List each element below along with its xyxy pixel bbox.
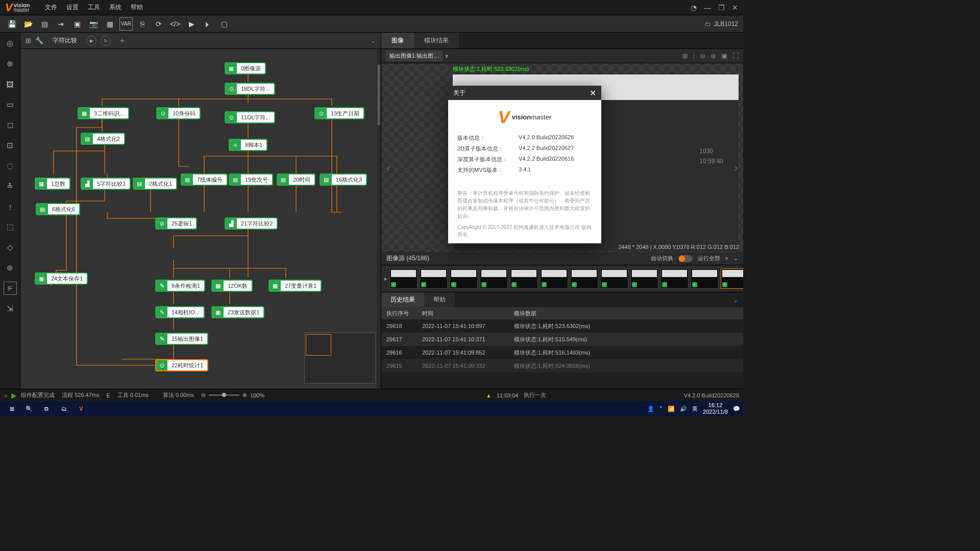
tray-notifications-icon[interactable]: 💬 — [733, 406, 740, 412]
tab-help[interactable]: 帮助 — [424, 292, 455, 307]
thumb-item[interactable]: ✓ — [389, 268, 418, 289]
node-3[interactable]: ▦3二维码识... — [78, 107, 129, 119]
node-25[interactable]: ⊘25逻辑1 — [155, 217, 197, 230]
prev-image-icon[interactable]: ‹ — [383, 158, 394, 178]
expand-thumbs-icon[interactable]: ⌄ — [733, 255, 738, 262]
camera-tool-icon[interactable]: ◎ — [4, 37, 17, 50]
play-icon[interactable]: ▶ — [185, 17, 198, 31]
search-icon[interactable]: 🔍 — [20, 402, 38, 416]
start-icon[interactable]: ⊞ — [3, 402, 20, 416]
tray-people-icon[interactable]: 👤 — [647, 406, 654, 412]
tray-lang[interactable]: 英 — [692, 405, 698, 413]
node-13[interactable]: ⊙13生产日期 — [314, 107, 364, 119]
export-icon[interactable]: ⇲ — [4, 302, 17, 315]
window-icon[interactable]: ▣ — [70, 17, 84, 31]
tab-module-result[interactable]: 模块结果 — [414, 33, 459, 48]
node-5[interactable]: ▟5字符比较1 — [81, 178, 131, 190]
save-icon[interactable]: 💾 — [5, 17, 18, 31]
thumbs-prev-icon[interactable]: ▸ — [384, 275, 387, 282]
image-tool-icon[interactable]: 🖼 — [4, 78, 17, 91]
menu-settings[interactable]: 设置 — [66, 3, 79, 12]
camera-icon[interactable]: 📷 — [87, 17, 100, 31]
paint-icon[interactable]: ◇ — [4, 241, 17, 254]
play-flow-icon[interactable]: ▶ — [86, 36, 96, 46]
minimize-icon[interactable]: — — [704, 4, 711, 12]
node-14[interactable]: ✎14相机IO... — [155, 306, 205, 318]
tray-wifi-icon[interactable]: 📶 — [668, 406, 675, 412]
thumb-item[interactable]: ✓ — [480, 268, 508, 289]
thumb-item[interactable]: ✓ — [721, 268, 743, 289]
scope-icon[interactable]: ⊚ — [4, 261, 17, 274]
table-row[interactable]: 296172022-11-07 15:41:10:371模块状态:1,耗时:51… — [381, 333, 743, 346]
run-icon[interactable]: ▶ — [11, 391, 17, 399]
help-icon[interactable]: ◔ — [691, 4, 697, 12]
menu-file[interactable]: 文件 — [45, 3, 57, 12]
table-icon[interactable]: ▦ — [103, 17, 116, 31]
select-icon[interactable]: ◻ — [4, 118, 17, 132]
table-row[interactable]: 296182022-11-07 15:41:10:897模块状态:1,耗时:52… — [381, 319, 743, 333]
flow-canvas[interactable]: ▣0图像源 ⊙18DL字符... ▦3二维码识... ⊙10身份码 ⊙11DL字… — [20, 49, 381, 389]
thumb-item[interactable]: ✓ — [691, 268, 719, 289]
node-18[interactable]: ⊙18DL字符... — [225, 83, 275, 95]
align-icon[interactable]: ▭ — [4, 98, 17, 111]
wrench-icon[interactable]: 🔧 — [35, 37, 43, 44]
node-9[interactable]: ✎9条件检测1 — [155, 280, 205, 292]
zoom-in-icon[interactable]: ⊕ — [710, 52, 716, 60]
node-20[interactable]: ▤20时间 — [277, 173, 315, 186]
tray-sound-icon[interactable]: 🔊 — [680, 406, 687, 412]
table-row[interactable]: 296162022-11-07 15:41:09:852模块状态:1,耗时:51… — [381, 346, 743, 359]
canvas-scrollbar[interactable] — [377, 49, 381, 389]
node-19[interactable]: ▤19批次号 — [229, 173, 273, 186]
node-12[interactable]: ▦12OK数 — [211, 280, 253, 292]
node-27[interactable]: ▦27变量计算1 — [268, 280, 322, 292]
node-4[interactable]: ▤4格式化2 — [81, 133, 125, 145]
thumb-item[interactable]: ✓ — [540, 268, 568, 289]
thumb-item[interactable]: ✓ — [450, 268, 478, 289]
if-icon[interactable]: IF — [4, 282, 17, 295]
thumb-item[interactable]: ✓ — [660, 268, 689, 289]
warning-icon[interactable]: ▲ — [486, 392, 492, 398]
var-icon[interactable]: VAR — [119, 17, 133, 31]
stack-icon[interactable]: ▤ — [38, 17, 51, 31]
close-icon[interactable]: ✕ — [732, 4, 738, 12]
tray-clock[interactable]: 16:12 2022/11/8 — [703, 402, 728, 415]
node-2[interactable]: ▤2格式化1 — [133, 178, 177, 190]
zoom-out-icon[interactable]: ⊖ — [700, 52, 705, 60]
minimap[interactable] — [304, 333, 376, 384]
menu-help[interactable]: 帮助 — [131, 3, 143, 12]
import-icon[interactable]: ⇥ — [54, 17, 67, 31]
form-icon[interactable]: ▢ — [217, 17, 231, 31]
tune-icon[interactable]: ≛ — [4, 180, 17, 193]
node-22[interactable]: ⊙22耗时统计1 — [155, 359, 208, 371]
node-11[interactable]: ⊙11DL字符... — [225, 111, 275, 123]
project-name[interactable]: 🗀 JLB1012 — [705, 20, 738, 28]
table-row[interactable]: 296152022-11-07 15:41:09:332模块状态:1,耗时:52… — [381, 359, 743, 372]
thumb-item[interactable]: ✓ — [570, 268, 598, 289]
tray-up-icon[interactable]: ˄ — [659, 406, 663, 412]
play-once-icon[interactable]: ⏵ — [201, 17, 214, 31]
thumb-item[interactable]: ✓ — [510, 268, 538, 289]
node-10[interactable]: ⊙10身份码 — [156, 107, 201, 119]
about-close-icon[interactable]: ✕ — [590, 88, 596, 98]
explorer-icon[interactable]: 🗂 — [55, 402, 72, 416]
node-6[interactable]: ▤6格式化6 — [36, 203, 80, 215]
open-icon[interactable]: 📂 — [21, 17, 35, 31]
gear-ring-icon[interactable]: ◌ — [4, 159, 17, 172]
code-icon[interactable]: </> — [168, 17, 182, 31]
fullscreen-icon[interactable]: ⛶ — [732, 52, 739, 60]
layers-icon[interactable]: ⬚ — [4, 220, 17, 234]
node-16[interactable]: ▤16格式化3 — [320, 173, 367, 186]
node-15[interactable]: ✎15输出图像1 — [155, 333, 208, 345]
auto-switch-toggle[interactable] — [678, 255, 693, 262]
tab-history[interactable]: 历史结果 — [381, 292, 424, 307]
node-21[interactable]: ▟21字符比较2 — [225, 217, 278, 230]
dotted-box-icon[interactable]: ⊡ — [4, 139, 17, 152]
next-image-icon[interactable]: › — [731, 158, 741, 178]
add-tab-icon[interactable]: + — [120, 36, 125, 45]
collapse-leftbar-icon[interactable]: » — [4, 392, 7, 398]
menu-system[interactable]: 系统 — [109, 3, 121, 12]
refresh-icon[interactable]: ⟳ — [152, 17, 165, 31]
node-8[interactable]: ≡8脚本1 — [229, 139, 267, 151]
dropdown-icon[interactable]: ⌄ — [371, 37, 376, 44]
node-23[interactable]: ▣23发送数据1 — [211, 306, 264, 318]
